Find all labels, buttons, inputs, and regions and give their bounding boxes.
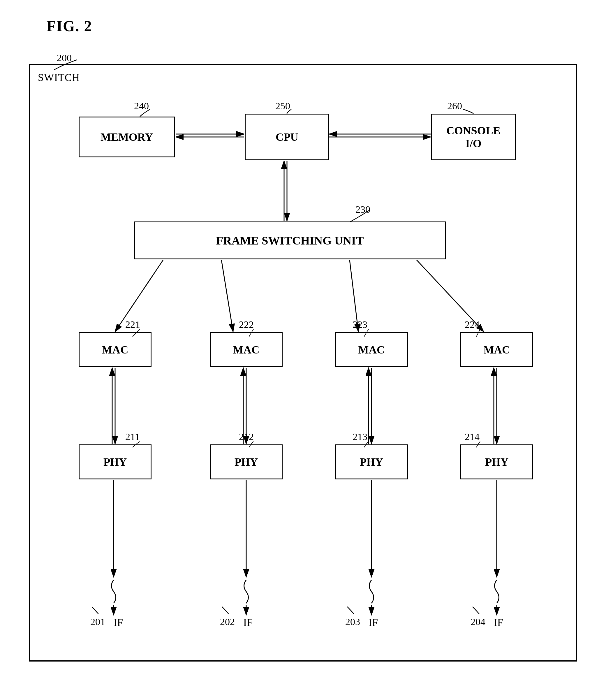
if3-label: IF [369, 616, 378, 629]
figure-title: FIG. 2 [47, 18, 92, 35]
switch-label: SWITCH [38, 71, 80, 84]
ref-230: 230 [355, 204, 370, 215]
ref-221: 221 [125, 319, 140, 330]
ref-201: 201 [90, 616, 105, 628]
ref-202: 202 [220, 616, 235, 628]
ref-212: 212 [239, 431, 254, 443]
if2-label: IF [243, 616, 253, 629]
mac2-block: MAC [210, 332, 283, 367]
if4-label: IF [494, 616, 503, 629]
console-block: CONSOLEI/O [431, 114, 516, 160]
mac1-block: MAC [79, 332, 152, 367]
phy1-block: PHY [79, 445, 152, 479]
mac3-block: MAC [335, 332, 408, 367]
if1-label: IF [114, 616, 123, 629]
ref-222: 222 [239, 319, 254, 330]
ref-203: 203 [345, 616, 360, 628]
ref-213: 213 [352, 431, 367, 443]
ref-240: 240 [134, 100, 149, 112]
ref-200: 200 [57, 52, 72, 64]
ref-204: 204 [470, 616, 485, 628]
ref-224: 224 [465, 319, 480, 330]
ref-223: 223 [352, 319, 367, 330]
phy3-block: PHY [335, 445, 408, 479]
ref-260: 260 [447, 100, 462, 112]
phy4-block: PHY [460, 445, 533, 479]
memory-block: MEMORY [79, 117, 175, 157]
fsu-block: FRAME SWITCHING UNIT [134, 222, 446, 259]
console-text: CONSOLEI/O [446, 124, 500, 150]
ref-214: 214 [465, 431, 480, 443]
phy2-block: PHY [210, 445, 283, 479]
ref-250: 250 [275, 100, 290, 112]
mac4-block: MAC [460, 332, 533, 367]
cpu-block: CPU [245, 114, 329, 160]
ref-211: 211 [125, 431, 140, 443]
